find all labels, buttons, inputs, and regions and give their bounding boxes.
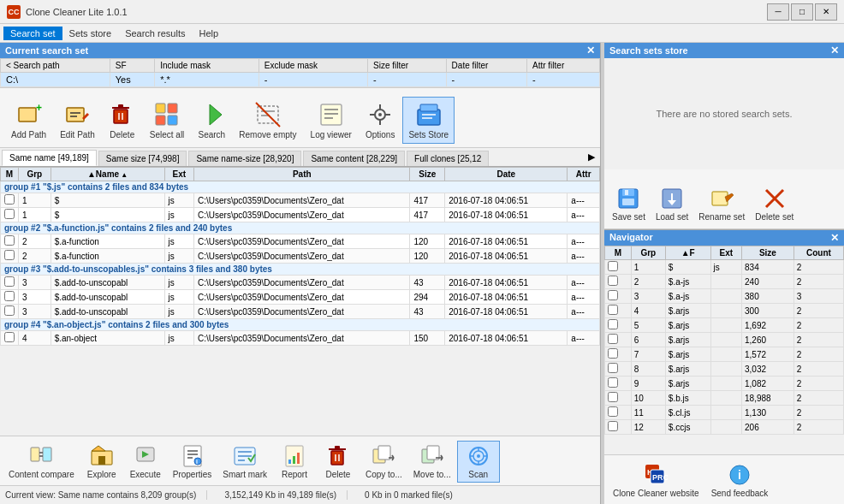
nav-row[interactable]: 9$.arjs1,0822 — [605, 377, 844, 391]
nav-row[interactable]: 7$.arjs1,5722 — [605, 347, 844, 362]
nav-row[interactable]: 1$js8342 — [605, 260, 844, 275]
delete-set-button[interactable]: Delete set — [751, 183, 798, 225]
table-row[interactable]: 3 $.add-to-unscopabl js C:\Users\pc0359\… — [1, 276, 600, 290]
nav-row[interactable]: 3$.a-js3803 — [605, 289, 844, 304]
nav-checkbox[interactable] — [608, 363, 618, 373]
menu-sets-store[interactable]: Sets store — [62, 27, 119, 40]
results-container[interactable]: M Grp ▲Name Ext Path Size Date Attr grou… — [0, 167, 600, 436]
row-checkbox[interactable] — [4, 305, 15, 316]
nav-row[interactable]: 8$.arjs3,0322 — [605, 362, 844, 377]
clone-cleaner-website-button[interactable]: HCCPRO Clone Cleaner website — [608, 460, 704, 501]
rename-set-button[interactable]: Rename set — [694, 183, 749, 225]
nav-checkbox[interactable] — [608, 261, 618, 271]
delete-button[interactable]: Delete — [103, 97, 142, 144]
table-row[interactable]: 3 $.add-to-unscopabl js C:\Users\pc0359\… — [1, 305, 600, 319]
menu-help[interactable]: Help — [192, 27, 225, 40]
report-button[interactable]: Report — [273, 441, 316, 483]
nav-checkbox[interactable] — [608, 392, 618, 402]
row-checkbox[interactable] — [4, 291, 15, 301]
nav-checkbox[interactable] — [608, 305, 618, 315]
nav-checkbox[interactable] — [608, 290, 618, 300]
log-viewer-button[interactable]: Log viewer — [305, 97, 358, 144]
col-ext[interactable]: Ext — [164, 168, 194, 181]
save-set-button[interactable]: Save set — [608, 183, 650, 225]
app-title: Clone Cleaner Lite 1.0.1 — [26, 7, 128, 17]
menu-search-results[interactable]: Search results — [118, 27, 192, 40]
tab-same-name-size[interactable]: Same name-size [28,920] — [188, 151, 301, 166]
col-attr[interactable]: Attr — [568, 168, 600, 181]
maximize-button[interactable]: □ — [791, 3, 813, 21]
options-label: Options — [366, 130, 395, 139]
minimize-button[interactable]: ─ — [767, 3, 789, 21]
row-checkbox[interactable] — [4, 332, 15, 342]
row-checkbox[interactable] — [4, 276, 15, 287]
table-row[interactable]: 1 $ js C:\Users\pc0359\Documents\Zero_da… — [1, 193, 600, 208]
table-row[interactable]: 1 $ js C:\Users\pc0359\Documents\Zero_da… — [1, 208, 600, 222]
remove-empty-button[interactable]: Remove empty — [233, 97, 302, 144]
report-label: Report — [282, 470, 307, 479]
nav-row[interactable]: 6$.arjs1,2602 — [605, 333, 844, 347]
row-checkbox[interactable] — [4, 235, 15, 246]
scan-button[interactable]: Scan — [457, 441, 500, 483]
delete-files-button[interactable]: Delete — [317, 441, 360, 483]
navigator-table-container[interactable]: M Grp ▲F Ext Size Count 1$js8342 2$.a-js… — [604, 246, 844, 454]
menu-search-set[interactable]: Search set — [3, 27, 62, 40]
explore-button[interactable]: Explore — [80, 441, 123, 483]
nav-row[interactable]: 5$.arjs1,6922 — [605, 318, 844, 333]
window-controls: ─ □ ✕ — [767, 3, 837, 21]
sets-store-button[interactable]: Sets Store — [402, 97, 455, 144]
col-size-filter: Size filter — [368, 59, 447, 73]
nav-checkbox[interactable] — [608, 276, 618, 286]
tab-full-clones[interactable]: Full clones [25,12 — [407, 151, 489, 166]
nav-row[interactable]: 11$.cl.js1,1302 — [605, 406, 844, 420]
nav-row[interactable]: 12$.ccjs2062 — [605, 420, 844, 435]
col-date[interactable]: Date — [445, 168, 568, 181]
close-button[interactable]: ✕ — [815, 3, 837, 21]
nav-checkbox[interactable] — [608, 406, 618, 417]
nav-checkbox[interactable] — [608, 319, 618, 329]
navigator-close[interactable]: ✕ — [830, 232, 839, 244]
nav-checkbox[interactable] — [608, 334, 618, 344]
copy-to-button[interactable]: Copy to... — [360, 441, 407, 483]
table-row[interactable]: 2 $.a-function js C:\Users\pc0359\Docume… — [1, 234, 600, 249]
smart-mark-button[interactable]: Smart mark — [217, 441, 272, 483]
move-to-button[interactable]: Move to... — [408, 441, 456, 483]
row-checkbox[interactable] — [4, 250, 15, 260]
nav-row[interactable]: 10$.b.js18,9882 — [605, 391, 844, 406]
nav-col-f: ▲F — [665, 246, 710, 260]
search-set-close[interactable]: ✕ — [586, 44, 595, 56]
row-checkbox[interactable] — [4, 194, 15, 205]
table-row[interactable]: 2 $.a-function js C:\Users\pc0359\Docume… — [1, 249, 600, 264]
col-size[interactable]: Size — [410, 168, 445, 181]
scan-label: Scan — [468, 470, 488, 479]
send-feedback-button[interactable]: i Send feedback — [706, 460, 774, 501]
nav-row[interactable]: 4$.arjs3002 — [605, 304, 844, 318]
properties-button[interactable]: i Properties — [168, 441, 217, 483]
content-compare-button[interactable]: Content compare — [3, 441, 80, 483]
table-row[interactable]: 4 $.an-object js C:\Users\pc0359\Documen… — [1, 331, 600, 346]
options-button[interactable]: Options — [360, 97, 401, 144]
col-grp[interactable]: Grp — [19, 168, 51, 181]
col-name[interactable]: ▲Name — [51, 168, 164, 181]
nav-checkbox[interactable] — [608, 377, 618, 388]
tab-same-size[interactable]: Same size [74,998] — [98, 151, 187, 166]
select-all-button[interactable]: Select all — [144, 97, 191, 144]
col-path[interactable]: Path — [194, 168, 410, 181]
execute-button[interactable]: Execute — [124, 441, 167, 483]
load-set-button[interactable]: Load set — [651, 183, 692, 225]
row-checkbox[interactable] — [4, 209, 15, 219]
tab-same-content[interactable]: Same content [28,229] — [303, 151, 405, 166]
svg-rect-35 — [43, 448, 51, 461]
svg-text:i: i — [196, 459, 198, 465]
search-sets-close[interactable]: ✕ — [830, 44, 839, 56]
nav-checkbox[interactable] — [608, 348, 618, 359]
rename-set-icon — [710, 187, 734, 210]
nav-checkbox[interactable] — [608, 421, 618, 431]
tab-same-name[interactable]: Same name [49,189] — [2, 150, 97, 166]
add-path-button[interactable]: + Add Path — [5, 97, 52, 144]
table-row[interactable]: 3 $.add-to-unscopabl js C:\Users\pc0359\… — [1, 290, 600, 305]
edit-path-button[interactable]: Edit Path — [54, 97, 101, 144]
nav-row[interactable]: 2$.a-js2402 — [605, 275, 844, 289]
tab-scroll-right[interactable]: ▶ — [585, 150, 598, 164]
search-button[interactable]: Search — [192, 97, 231, 144]
